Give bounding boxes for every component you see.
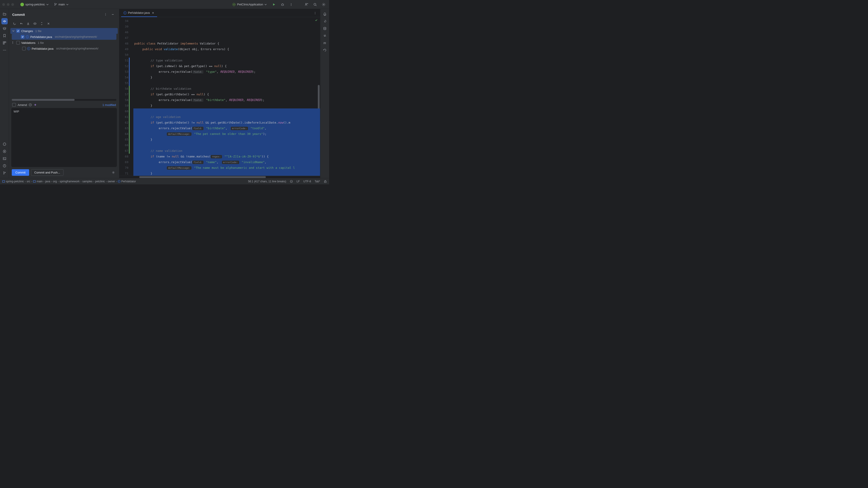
scrollbar-thumb[interactable] bbox=[139, 176, 266, 178]
ai-suggest-icon[interactable] bbox=[34, 103, 37, 106]
show-diff-button[interactable] bbox=[32, 21, 37, 26]
maven-button[interactable]: m bbox=[322, 40, 328, 46]
file-encoding[interactable]: UTF-8 bbox=[303, 180, 311, 183]
project-tool-button[interactable] bbox=[1, 11, 8, 17]
commit-and-push-button[interactable]: Commit and Push... bbox=[31, 169, 64, 176]
code-line[interactable]: // name validation bbox=[133, 148, 320, 154]
dependencies-button[interactable] bbox=[322, 33, 328, 39]
modified-link[interactable]: 1 modified bbox=[102, 103, 116, 107]
scrollbar-thumb[interactable] bbox=[12, 99, 74, 101]
code-line[interactable]: public class PetValidator implements Val… bbox=[133, 41, 320, 46]
bookmarks-tool-button[interactable] bbox=[1, 33, 8, 39]
expand-toggle[interactable] bbox=[12, 30, 15, 32]
inspections-ok-icon[interactable] bbox=[315, 19, 318, 22]
history-icon[interactable] bbox=[29, 103, 32, 106]
line-separator[interactable]: LF bbox=[297, 180, 300, 183]
run-config-selector[interactable]: PetClinicApplication bbox=[230, 2, 269, 7]
code-line[interactable] bbox=[133, 108, 320, 114]
close-window[interactable] bbox=[2, 3, 5, 6]
code-line[interactable] bbox=[133, 80, 320, 86]
editor-more-button[interactable] bbox=[312, 10, 318, 16]
expand-toggle[interactable] bbox=[12, 41, 15, 44]
code-line[interactable]: public void validate(Object obj, Errors … bbox=[133, 46, 320, 52]
code-line[interactable]: // type validation bbox=[133, 58, 320, 63]
code-line[interactable]: } bbox=[133, 74, 320, 80]
code-line[interactable]: } bbox=[133, 170, 320, 176]
minimize-window[interactable] bbox=[7, 3, 9, 6]
code-line[interactable]: if (pet.isNew() && pet.getType() == null… bbox=[133, 63, 320, 69]
tree-scrollbar[interactable] bbox=[12, 99, 116, 101]
code-line[interactable]: // age validation bbox=[133, 114, 320, 120]
breadcrumb-segment[interactable]: org bbox=[53, 180, 57, 183]
notifications-button[interactable] bbox=[322, 11, 328, 17]
commit-options-button[interactable] bbox=[102, 11, 109, 18]
breadcrumb-segment[interactable]: java bbox=[45, 180, 50, 183]
run-button[interactable] bbox=[271, 1, 277, 8]
code-with-me-button[interactable] bbox=[303, 1, 310, 8]
validation-file-row[interactable]: C PetValidator.java src/main/java/org/sp… bbox=[12, 46, 116, 52]
breadcrumb-segment[interactable]: src bbox=[27, 180, 30, 183]
breadcrumb-segment[interactable]: springframework bbox=[59, 180, 80, 183]
terminal-tool-button[interactable] bbox=[1, 156, 8, 162]
code-line[interactable]: } bbox=[133, 137, 320, 142]
changes-checkbox[interactable] bbox=[16, 29, 20, 33]
coverage-button[interactable] bbox=[322, 47, 328, 53]
validations-checkbox[interactable] bbox=[16, 41, 20, 44]
debug-button[interactable] bbox=[279, 1, 286, 8]
code-line[interactable]: defaultMessage: "The name must be alphan… bbox=[133, 165, 320, 170]
more-tools-button[interactable] bbox=[1, 47, 8, 53]
code-line[interactable]: if (pet.getBirthDate() != null && pet.ge… bbox=[133, 120, 320, 125]
breadcrumb-segment[interactable]: samples bbox=[82, 180, 92, 183]
editor-horizontal-scrollbar[interactable] bbox=[119, 176, 320, 178]
code-line[interactable]: if (pet.getBirthDate() == null) { bbox=[133, 92, 320, 97]
ai-chat-button[interactable] bbox=[1, 141, 8, 147]
readonly-icon[interactable] bbox=[290, 180, 293, 183]
validations-node[interactable]: Validations 1 file bbox=[10, 40, 118, 46]
indent-setting[interactable]: Tab* bbox=[315, 180, 320, 183]
changes-node[interactable]: Changes 1 file bbox=[10, 28, 118, 34]
changelist-button[interactable] bbox=[39, 21, 44, 26]
settings-button[interactable] bbox=[320, 1, 327, 8]
code-editor[interactable]: 3439464748495051525354555657585960616263… bbox=[119, 17, 320, 176]
code-line[interactable]: errors.rejectValue(field: "name", errorC… bbox=[133, 159, 320, 165]
more-run-button[interactable] bbox=[288, 1, 294, 8]
services-tool-button[interactable] bbox=[1, 148, 8, 155]
amend-checkbox[interactable] bbox=[12, 103, 16, 107]
refresh-button[interactable] bbox=[12, 21, 17, 26]
branch-selector[interactable]: main bbox=[52, 2, 70, 7]
code-line[interactable]: defaultMessage: "The pet cannot be older… bbox=[133, 131, 320, 137]
lock-icon[interactable] bbox=[324, 180, 327, 183]
project-selector[interactable]: spring-petclinic bbox=[19, 2, 51, 7]
commit-message-input[interactable]: WIP bbox=[11, 108, 117, 167]
database-button[interactable] bbox=[322, 25, 328, 32]
code-line[interactable]: errors.rejectValue(field: "birthDate", e… bbox=[133, 125, 320, 131]
code-line[interactable]: errors.rejectValue(field: "type", REQUIR… bbox=[133, 69, 320, 74]
code-line[interactable]: } bbox=[133, 103, 320, 108]
code-line[interactable]: // birthdate validation bbox=[133, 86, 320, 92]
ai-assistant-button[interactable] bbox=[322, 18, 328, 24]
commit-tool-button[interactable] bbox=[1, 18, 8, 24]
commit-button[interactable]: Commit bbox=[12, 169, 29, 176]
breadcrumb-segment[interactable]: petclinic bbox=[95, 180, 105, 183]
code-line[interactable] bbox=[133, 142, 320, 148]
problems-tool-button[interactable] bbox=[1, 163, 8, 169]
learn-tool-button[interactable] bbox=[1, 25, 8, 32]
breadcrumb[interactable]: spring-petclinic›src›main›java›org›sprin… bbox=[2, 180, 136, 183]
file-checkbox[interactable] bbox=[22, 47, 26, 51]
group-by-button[interactable] bbox=[46, 21, 51, 26]
file-checkbox[interactable] bbox=[21, 35, 24, 39]
breadcrumb-segment[interactable]: main bbox=[33, 180, 42, 183]
breadcrumb-segment[interactable]: CPetValidator bbox=[118, 180, 136, 183]
close-tab-button[interactable] bbox=[151, 11, 155, 15]
caret-position[interactable]: 56:1 (417 chars, 11 line breaks) bbox=[248, 180, 286, 183]
breadcrumb-segment[interactable]: owner bbox=[107, 180, 115, 183]
vcs-tool-button[interactable] bbox=[1, 170, 8, 176]
shelve-button[interactable] bbox=[25, 21, 31, 26]
minimize-panel-button[interactable] bbox=[110, 11, 116, 18]
code-line[interactable] bbox=[133, 52, 320, 58]
commit-settings-button[interactable] bbox=[110, 169, 116, 176]
structure-tool-button[interactable] bbox=[1, 40, 8, 46]
rollback-button[interactable] bbox=[19, 21, 24, 26]
code-line[interactable]: errors.rejectValue(field: "birthDate", R… bbox=[133, 97, 320, 103]
breadcrumb-segment[interactable]: spring-petclinic bbox=[2, 180, 24, 183]
